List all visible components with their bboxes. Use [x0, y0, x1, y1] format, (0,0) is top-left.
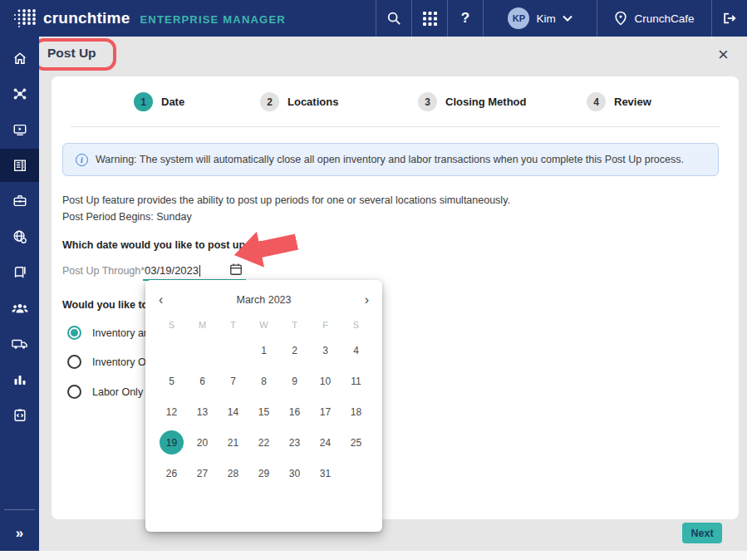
- calendar-day[interactable]: 10: [310, 366, 341, 396]
- calendar-day[interactable]: 15: [248, 396, 279, 427]
- calendar-icon: [229, 263, 243, 276]
- navbar-actions: ? KP Kim CrunchCafe: [376, 0, 747, 37]
- calendar-month-label: March 2023: [236, 294, 291, 306]
- calendar-day[interactable]: 30: [279, 458, 310, 489]
- search-button[interactable]: [376, 0, 411, 37]
- location-selector[interactable]: CrunchCafe: [597, 0, 711, 37]
- calendar-day[interactable]: 13: [187, 396, 218, 427]
- radio-unselected-icon: [67, 355, 81, 369]
- calendar-day[interactable]: 27: [187, 458, 218, 489]
- calendar-grid: 1 2 3 4 5 6 7 8 9 10 11 12 13 14 15 16 1…: [156, 335, 382, 489]
- bar-chart-icon: [13, 373, 27, 386]
- crunchtime-dots-logo-icon: [12, 7, 37, 30]
- truck-icon: [12, 337, 28, 351]
- user-menu[interactable]: KP Kim: [483, 0, 597, 37]
- radio-unselected-icon: [67, 385, 81, 399]
- sidebar-item-toolbox[interactable]: [0, 184, 39, 218]
- calendar-day[interactable]: 16: [279, 396, 310, 427]
- chevron-down-icon: [563, 15, 573, 22]
- sidebar-item-terminal[interactable]: [0, 113, 39, 146]
- user-avatar: KP: [508, 7, 529, 29]
- logout-icon: [722, 11, 737, 26]
- text-cursor: [199, 265, 200, 277]
- next-button[interactable]: Next: [682, 523, 722, 543]
- post-up-through-input[interactable]: 03/19/2023: [145, 264, 200, 277]
- calendar-blank: [218, 335, 248, 366]
- info-icon: i: [76, 154, 88, 166]
- home-icon: [12, 51, 27, 66]
- location-name: CrunchCafe: [634, 12, 694, 25]
- bottom-edge: [0, 551, 747, 560]
- step-locations[interactable]: 2 Locations: [260, 92, 338, 111]
- sidebar-item-people[interactable]: [0, 292, 39, 325]
- step-review[interactable]: 4 Review: [587, 92, 651, 111]
- logout-button[interactable]: [711, 0, 747, 37]
- calendar-toggle-button[interactable]: [229, 263, 243, 276]
- close-icon[interactable]: ×: [718, 44, 729, 66]
- calendar-day[interactable]: 8: [248, 366, 279, 396]
- calendar-day[interactable]: 14: [218, 396, 248, 427]
- calendar-blank: [341, 458, 371, 489]
- calendar-day[interactable]: 6: [187, 366, 218, 396]
- calendar-day[interactable]: 23: [279, 427, 310, 458]
- intro-line-2: Post Period Begins: Sunday: [62, 211, 192, 223]
- step-date[interactable]: 1 Date: [134, 92, 184, 111]
- step-closing-method[interactable]: 3 Closing Method: [418, 92, 527, 111]
- sidebar-item-journal[interactable]: [0, 256, 39, 289]
- apps-menu-button[interactable]: [411, 0, 447, 37]
- calendar-day[interactable]: 22: [248, 427, 279, 458]
- monitor-play-icon: [12, 122, 27, 137]
- calendar-day[interactable]: 26: [156, 458, 187, 489]
- calendar-prev-icon[interactable]: ‹: [159, 293, 163, 307]
- calendar-day-headers: SMTWTFS: [156, 320, 382, 330]
- sidebar-nav: »: [0, 37, 39, 551]
- calendar-day[interactable]: 29: [248, 458, 279, 489]
- calendar-day[interactable]: 25: [341, 427, 371, 458]
- calendar-day[interactable]: 4: [341, 335, 371, 366]
- sidebar-item-delivery[interactable]: [0, 327, 39, 361]
- sidebar-item-network[interactable]: [0, 77, 39, 111]
- top-navbar: crunchtime ENTERPRISE MANAGER: [0, 0, 747, 37]
- calendar-day[interactable]: 31: [310, 458, 341, 489]
- calendar-day[interactable]: 21: [218, 427, 248, 458]
- brand-logo[interactable]: crunchtime ENTERPRISE MANAGER: [12, 7, 286, 30]
- product-name: ENTERPRISE MANAGER: [140, 13, 285, 26]
- radio-labor-only[interactable]: Labor Only: [67, 385, 143, 399]
- warning-banner: i Warning: The system will automatically…: [62, 143, 719, 176]
- calendar-day-selected[interactable]: 19: [156, 427, 187, 458]
- stepper-divider: [71, 126, 720, 127]
- calendar-next-icon[interactable]: ›: [365, 293, 369, 307]
- sidebar-item-home[interactable]: [0, 42, 39, 75]
- calendar-day[interactable]: 20: [187, 427, 218, 458]
- calendar-day[interactable]: 18: [341, 396, 371, 427]
- sidebar-item-global[interactable]: [0, 220, 39, 253]
- step-2-badge: 2: [260, 92, 279, 111]
- brand-name: crunchtime: [43, 9, 130, 27]
- radio-selected-icon: [67, 326, 81, 340]
- clipboard-code-icon: [12, 408, 27, 423]
- calendar-day[interactable]: 12: [156, 396, 187, 427]
- step-1-badge: 1: [134, 92, 153, 111]
- calendar-day[interactable]: 2: [279, 335, 310, 366]
- help-button[interactable]: ?: [447, 0, 483, 37]
- journal-pen-icon: [12, 265, 27, 280]
- sidebar-item-locations-active[interactable]: [0, 149, 39, 182]
- calendar-day[interactable]: 7: [218, 366, 248, 396]
- calendar-day[interactable]: 9: [279, 366, 310, 396]
- briefcase-icon: [12, 194, 27, 209]
- calendar-day[interactable]: 3: [310, 335, 341, 366]
- calendar-day[interactable]: 5: [156, 366, 187, 396]
- calendar-day[interactable]: 24: [310, 427, 341, 458]
- calendar-day[interactable]: 1: [248, 335, 279, 366]
- sidebar-item-integrations[interactable]: [0, 399, 39, 432]
- calendar-day[interactable]: 17: [310, 396, 341, 427]
- sidebar-item-reports[interactable]: [0, 363, 39, 396]
- step-3-badge: 3: [418, 92, 437, 111]
- location-pin-icon: [614, 11, 627, 26]
- date-question: Which date would you like to post up to?: [62, 239, 264, 251]
- calendar-day[interactable]: 11: [341, 366, 371, 396]
- calendar-day[interactable]: 28: [218, 458, 248, 489]
- sidebar-divider: [4, 509, 35, 510]
- sidebar-expand-button[interactable]: »: [0, 521, 39, 546]
- double-chevron-right-icon: »: [16, 525, 23, 542]
